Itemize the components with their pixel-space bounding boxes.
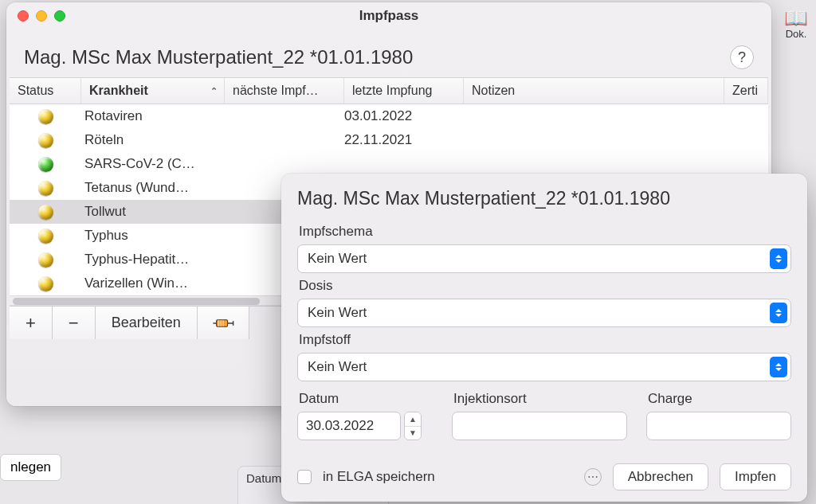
inject-button[interactable] xyxy=(198,307,249,339)
col-zertifikat[interactable]: Zerti xyxy=(724,78,768,104)
cell-krankheit: Röteln xyxy=(81,132,225,148)
col-notizen[interactable]: Notizen xyxy=(464,78,724,104)
dosis-value: Kein Wert xyxy=(308,305,367,321)
datum-label: Datum xyxy=(299,391,433,407)
cell-krankheit: Typhus-Hepatit… xyxy=(81,252,225,268)
help-button[interactable]: ? xyxy=(730,45,754,69)
table-row[interactable]: Rotaviren 03.01.2022 xyxy=(10,104,768,128)
syringe-icon xyxy=(212,315,234,331)
schema-label: Impfschema xyxy=(299,224,791,240)
cell-last: 03.01.2022 xyxy=(344,108,464,124)
table-row[interactable]: Röteln 22.11.2021 xyxy=(10,128,768,152)
window-title: Impfpass xyxy=(6,8,771,24)
charge-field[interactable] xyxy=(646,412,791,440)
add-button[interactable]: + xyxy=(10,307,53,339)
stepper-down-icon[interactable]: ▼ xyxy=(405,427,421,440)
impfstoff-label: Impfstoff xyxy=(299,332,791,348)
schema-value: Kein Wert xyxy=(308,251,367,267)
status-orb-icon xyxy=(38,181,53,196)
stepper-up-icon[interactable]: ▲ xyxy=(405,412,421,427)
cell-last: 22.11.2021 xyxy=(344,132,464,148)
cell-krankheit: Tetanus (Wund… xyxy=(81,180,225,196)
elga-checkbox[interactable] xyxy=(297,470,312,484)
datum-field[interactable]: 30.03.2022 xyxy=(297,412,401,440)
status-orb-icon xyxy=(38,276,53,291)
col-status[interactable]: Status xyxy=(10,78,81,104)
remove-button[interactable]: − xyxy=(53,307,96,339)
datum-stepper[interactable]: ▲ ▼ xyxy=(404,412,422,440)
chevron-updown-icon xyxy=(770,303,787,323)
dosis-select[interactable]: Kein Wert xyxy=(297,299,791,327)
impfen-button[interactable]: Impfen xyxy=(720,463,791,490)
scrollbar-thumb[interactable] xyxy=(13,298,260,305)
cell-krankheit: Tollwut xyxy=(81,204,225,220)
col-next-impfung[interactable]: nächste Impf… xyxy=(225,78,344,104)
table-row[interactable]: SARS-CoV-2 (C… xyxy=(10,152,768,176)
edit-button[interactable]: Bearbeiten xyxy=(96,307,198,339)
sort-asc-icon: ⌃ xyxy=(210,86,218,96)
injektionsort-field[interactable] xyxy=(452,412,627,440)
elga-label: in ELGA speichern xyxy=(323,469,435,485)
bg-nlegen-label: nlegen xyxy=(10,459,51,475)
chevron-updown-icon xyxy=(770,248,787,269)
book-icon: 📖 xyxy=(784,9,808,28)
cell-krankheit: Rotaviren xyxy=(81,108,225,124)
help-label: ? xyxy=(738,49,746,66)
schema-select[interactable]: Kein Wert xyxy=(297,244,791,273)
injektionsort-label: Injektionsort xyxy=(453,391,627,407)
sheet-title: Mag. MSc Max Musterpatient_22 *01.01.198… xyxy=(297,188,791,209)
bg-dok-label: Dok. xyxy=(786,28,807,40)
col-krankheit[interactable]: Krankheit⌃ xyxy=(81,78,225,104)
impfstoff-select[interactable]: Kein Wert xyxy=(297,353,791,381)
cell-krankheit: Typhus xyxy=(81,228,225,244)
impfstoff-value: Kein Wert xyxy=(308,359,367,375)
status-orb-icon xyxy=(38,252,53,268)
status-orb-icon xyxy=(38,205,53,220)
svg-rect-1 xyxy=(216,319,227,326)
patient-title: Mag. MSc Max Musterpatient_22 *01.01.198… xyxy=(24,46,720,68)
titlebar: Impfpass xyxy=(6,2,771,29)
bg-datum-label: Datum xyxy=(246,471,281,485)
dosis-label: Dosis xyxy=(299,278,791,294)
cell-krankheit: SARS-CoV-2 (C… xyxy=(81,156,225,172)
bg-dok-panel: 📖 Dok. xyxy=(776,0,816,48)
chevron-updown-icon xyxy=(770,357,787,377)
table-header: Status Krankheit⌃ nächste Impf… letzte I… xyxy=(10,77,768,104)
status-orb-icon xyxy=(38,109,53,124)
cell-krankheit: Varizellen (Win… xyxy=(81,275,225,291)
bg-nlegen-button[interactable]: nlegen xyxy=(0,454,61,481)
status-orb-icon xyxy=(38,229,53,244)
vaccination-sheet: Mag. MSc Max Musterpatient_22 *01.01.198… xyxy=(281,174,807,502)
status-orb-icon xyxy=(38,133,53,148)
datum-value: 30.03.2022 xyxy=(306,418,374,434)
status-orb-icon xyxy=(38,157,53,172)
col-last-impfung[interactable]: letzte Impfung xyxy=(344,78,464,104)
charge-label: Charge xyxy=(648,391,791,407)
more-options-icon[interactable]: ⋯ xyxy=(584,468,602,486)
cancel-button[interactable]: Abbrechen xyxy=(613,463,708,490)
